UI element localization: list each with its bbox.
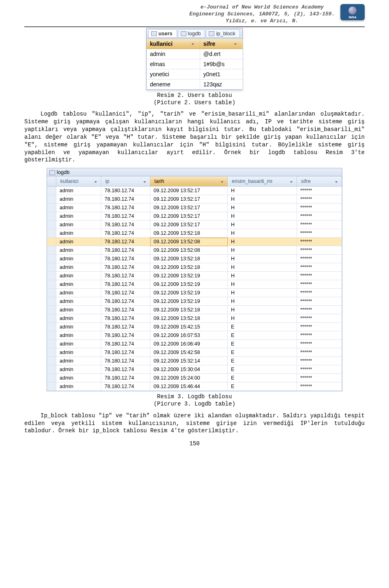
row-selector[interactable]: [47, 280, 56, 289]
cell-kullanici[interactable]: admin: [56, 289, 101, 297]
cell-erisim[interactable]: H: [228, 314, 297, 323]
row-selector[interactable]: [47, 357, 56, 365]
row-selector[interactable]: [47, 204, 56, 212]
cell-tarih[interactable]: 09.12.2009 15:32:14: [150, 357, 228, 365]
row-selector[interactable]: [47, 229, 56, 238]
cell-erisim[interactable]: H: [228, 263, 297, 272]
cell-sifre[interactable]: ******: [297, 323, 342, 331]
row-selector[interactable]: [47, 195, 56, 204]
cell-ip[interactable]: 78.180.12.74: [101, 365, 150, 374]
cell-erisim[interactable]: H: [228, 221, 297, 229]
cell-kullanici[interactable]: admin: [56, 255, 101, 263]
cell-sifre[interactable]: ******: [297, 229, 342, 238]
cell-erisim[interactable]: H: [228, 187, 297, 195]
cell-sifre[interactable]: ******: [297, 263, 342, 272]
cell-tarih[interactable]: 09.12.2009 13:52:08: [150, 238, 228, 246]
cell-ip[interactable]: 78.180.12.74: [101, 229, 150, 238]
table-row[interactable]: admin78.180.12.7409.12.2009 13:52:17H***…: [47, 204, 342, 212]
cell-ip[interactable]: 78.180.12.74: [101, 272, 150, 280]
cell-tarih[interactable]: 09.12.2009 16:07:53: [150, 331, 228, 340]
cell-sifre[interactable]: 123qaz: [200, 79, 242, 89]
cell-kullanici[interactable]: admin: [56, 263, 101, 272]
cell-erisim[interactable]: H: [228, 204, 297, 212]
cell-kullanici[interactable]: admin: [56, 340, 101, 348]
cell-ip[interactable]: 78.180.12.74: [101, 323, 150, 331]
row-selector[interactable]: [47, 263, 56, 272]
table-row[interactable]: admin78.180.12.7409.12.2009 13:52:17H***…: [47, 195, 342, 204]
cell-sifre[interactable]: ******: [297, 357, 342, 365]
table-row[interactable]: admin78.180.12.7409.12.2009 15:32:14E***…: [47, 357, 342, 365]
dropdown-icon[interactable]: [192, 43, 194, 45]
cell-kullanici[interactable]: admin: [56, 212, 101, 221]
cell-sifre[interactable]: ******: [297, 246, 342, 255]
cell-kullanici[interactable]: admin: [56, 297, 101, 306]
tab-logdb[interactable]: logdb: [178, 29, 205, 38]
cell-erisim[interactable]: E: [228, 357, 297, 365]
row-selector[interactable]: [47, 272, 56, 280]
table-row[interactable]: deneme123qaz: [147, 79, 242, 89]
cell-erisim[interactable]: H: [228, 212, 297, 221]
cell-ip[interactable]: 78.180.12.74: [101, 382, 150, 391]
cell-ip[interactable]: 78.180.12.74: [101, 212, 150, 221]
cell-tarih[interactable]: 09.12.2009 13:52:17: [150, 221, 228, 229]
cell-kullanici[interactable]: admin: [56, 204, 101, 212]
table-row[interactable]: admin78.180.12.7409.12.2009 13:52:17H***…: [47, 187, 342, 195]
column-header-sifre[interactable]: sifre: [297, 176, 342, 187]
cell-kullanici[interactable]: elmas: [147, 59, 200, 69]
column-header-tarih[interactable]: tarih: [150, 176, 228, 187]
cell-ip[interactable]: 78.180.12.74: [101, 306, 150, 314]
cell-tarih[interactable]: 09.12.2009 13:52:17: [150, 187, 228, 195]
cell-ip[interactable]: 78.180.12.74: [101, 204, 150, 212]
cell-tarih[interactable]: 09.12.2009 13:52:17: [150, 204, 228, 212]
cell-kullanici[interactable]: admin: [56, 323, 101, 331]
dropdown-icon[interactable]: [290, 181, 293, 183]
cell-ip[interactable]: 78.180.12.74: [101, 357, 150, 365]
table-row[interactable]: admin78.180.12.7409.12.2009 13:52:08H***…: [47, 246, 342, 255]
table-row[interactable]: elmas1#9b@s: [147, 59, 242, 69]
cell-tarih[interactable]: 09.12.2009 13:52:18: [150, 314, 228, 323]
table-row[interactable]: admin78.180.12.7409.12.2009 15:46:44E***…: [47, 382, 342, 391]
cell-kullanici[interactable]: admin: [56, 246, 101, 255]
cell-ip[interactable]: 78.180.12.74: [101, 255, 150, 263]
cell-erisim[interactable]: H: [228, 238, 297, 246]
table-row[interactable]: admin78.180.12.7409.12.2009 13:52:17H***…: [47, 212, 342, 221]
cell-kullanici[interactable]: admin: [56, 357, 101, 365]
cell-erisim[interactable]: H: [228, 297, 297, 306]
cell-tarih[interactable]: 09.12.2009 13:52:18: [150, 255, 228, 263]
table-row[interactable]: admin78.180.12.7409.12.2009 13:52:18H***…: [47, 263, 342, 272]
cell-tarih[interactable]: 09.12.2009 13:52:17: [150, 195, 228, 204]
cell-ip[interactable]: 78.180.12.74: [101, 280, 150, 289]
cell-sifre[interactable]: ******: [297, 204, 342, 212]
cell-sifre[interactable]: ******: [297, 382, 342, 391]
cell-erisim[interactable]: H: [228, 246, 297, 255]
cell-tarih[interactable]: 09.12.2009 15:30:04: [150, 365, 228, 374]
column-header-sifre[interactable]: sifre: [200, 39, 242, 49]
cell-kullanici[interactable]: admin: [56, 187, 101, 195]
row-selector[interactable]: [47, 331, 56, 340]
table-row[interactable]: admin78.180.12.7409.12.2009 13:52:19H***…: [47, 280, 342, 289]
table-row[interactable]: admin78.180.12.7409.12.2009 15:42:58E***…: [47, 348, 342, 357]
cell-tarih[interactable]: 09.12.2009 15:24:00: [150, 374, 228, 382]
tab-ip_block[interactable]: ip_block: [206, 29, 240, 38]
cell-erisim[interactable]: H: [228, 289, 297, 297]
cell-kullanici[interactable]: admin: [56, 229, 101, 238]
cell-kullanici[interactable]: admin: [56, 306, 101, 314]
row-selector[interactable]: [47, 323, 56, 331]
cell-sifre[interactable]: ******: [297, 238, 342, 246]
cell-erisim[interactable]: H: [228, 255, 297, 263]
row-selector[interactable]: [47, 340, 56, 348]
cell-tarih[interactable]: 09.12.2009 13:52:18: [150, 263, 228, 272]
cell-tarih[interactable]: 09.12.2009 16:06:49: [150, 340, 228, 348]
dropdown-icon[interactable]: [335, 181, 338, 183]
cell-ip[interactable]: 78.180.12.74: [101, 195, 150, 204]
cell-tarih[interactable]: 09.12.2009 13:52:18: [150, 229, 228, 238]
cell-sifre[interactable]: ******: [297, 374, 342, 382]
table-row[interactable]: admin78.180.12.7409.12.2009 13:52:18H***…: [47, 306, 342, 314]
cell-sifre[interactable]: 1#9b@s: [200, 59, 242, 69]
cell-sifre[interactable]: ******: [297, 297, 342, 306]
table-row[interactable]: admin78.180.12.7409.12.2009 15:42:15E***…: [47, 323, 342, 331]
row-selector[interactable]: [47, 238, 56, 246]
cell-erisim[interactable]: E: [228, 365, 297, 374]
cell-erisim[interactable]: E: [228, 374, 297, 382]
cell-tarih[interactable]: 09.12.2009 15:42:58: [150, 348, 228, 357]
